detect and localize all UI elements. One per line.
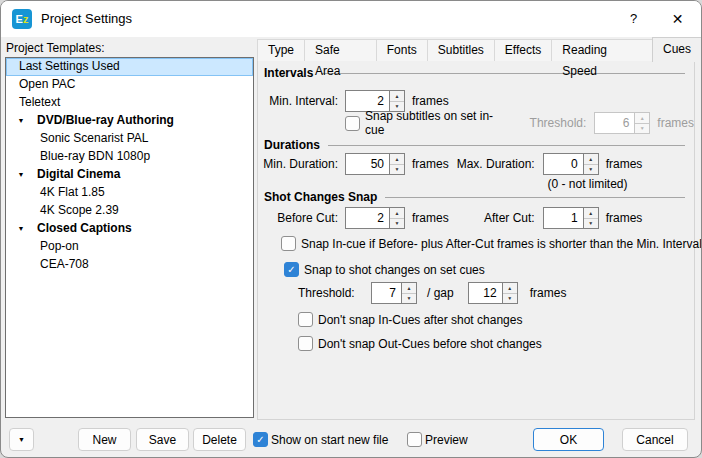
preview-checkbox[interactable] bbox=[407, 432, 422, 447]
window-title: Project Settings bbox=[41, 11, 132, 26]
dropdown-arrow-icon: ▼ bbox=[18, 436, 25, 443]
before-cut-spinner: 2 ▲ ▼ bbox=[345, 207, 405, 229]
snap-incue-checkbox[interactable] bbox=[281, 236, 296, 251]
threshold-disabled-label: Threshold: bbox=[530, 116, 587, 130]
template-item-sonic-scenarist-pal[interactable]: Sonic Scenarist PAL bbox=[6, 130, 253, 148]
snap-shot-checkbox[interactable]: ✓ bbox=[284, 262, 299, 277]
max-duration-spinner: 0 ▲ ▼ bbox=[543, 153, 599, 175]
template-item-open-pac[interactable]: Open PAC bbox=[6, 76, 253, 94]
snap-incue-row: Snap In-cue if Before- plus After-Cut fr… bbox=[281, 235, 702, 252]
collapse-icon[interactable]: ▼ bbox=[13, 220, 29, 237]
spin-down-button: ▼ bbox=[635, 123, 649, 134]
dont-snap-in-label[interactable]: Don't snap In-Cues after shot changes bbox=[318, 313, 522, 327]
spin-down-button[interactable]: ▼ bbox=[503, 293, 517, 304]
template-item-pop-on[interactable]: Pop-on bbox=[6, 238, 253, 256]
save-button[interactable]: Save bbox=[136, 428, 189, 451]
collapse-icon[interactable]: ▼ bbox=[13, 112, 29, 129]
title-bar: Ez Project Settings ? ✕ bbox=[1, 1, 701, 37]
spin-up-button[interactable]: ▲ bbox=[584, 154, 598, 164]
settings-tabbar: Type Safe Area Fonts Subtitles Effects R… bbox=[257, 38, 701, 61]
durations-row: Min. Duration: 50 ▲ ▼ frames Max. Durati… bbox=[258, 153, 642, 175]
show-on-start-label[interactable]: Show on start new file bbox=[271, 433, 388, 447]
cut-frames-row: Before Cut: 2 ▲ ▼ frames After Cut: 1 ▲ … bbox=[258, 207, 642, 229]
spin-up-button[interactable]: ▲ bbox=[503, 283, 517, 293]
snap-incue-label[interactable]: Snap In-cue if Before- plus After-Cut fr… bbox=[301, 237, 702, 251]
template-group-dvd-bluray[interactable]: ▼DVD/Blue-ray Authoring bbox=[6, 112, 253, 130]
spin-down-button[interactable]: ▼ bbox=[390, 218, 404, 229]
template-menu-button[interactable]: ▼ bbox=[9, 428, 34, 451]
spin-up-button[interactable]: ▲ bbox=[390, 208, 404, 218]
help-icon: ? bbox=[630, 11, 637, 26]
threshold-disabled-spinner: 6 ▲ ▼ bbox=[594, 112, 650, 134]
snap-subtitles-row: Snap subtitles on set in-cue Threshold: … bbox=[345, 112, 694, 134]
min-duration-spinner: 50 ▲ ▼ bbox=[345, 153, 405, 175]
frames-unit-label: frames bbox=[657, 116, 694, 130]
cancel-button[interactable]: Cancel bbox=[622, 428, 688, 451]
gap-spinner: 12 ▲ ▼ bbox=[468, 282, 518, 304]
template-item-bluray-bdn-1080p[interactable]: Blue-ray BDN 1080p bbox=[6, 148, 253, 166]
delete-button[interactable]: Delete bbox=[193, 428, 246, 451]
template-group-digital-cinema[interactable]: ▼Digital Cinema bbox=[6, 166, 253, 184]
template-item-4k-flat[interactable]: 4K Flat 1.85 bbox=[6, 184, 253, 202]
spin-down-button[interactable]: ▼ bbox=[584, 164, 598, 175]
snap-shot-label[interactable]: Snap to shot changes on set cues bbox=[304, 263, 485, 277]
dont-snap-out-checkbox[interactable] bbox=[298, 336, 313, 351]
gap-input[interactable]: 12 bbox=[468, 282, 502, 304]
threshold-gap-row: Threshold: 7 ▲ ▼ / gap 12 ▲ ▼ frames bbox=[298, 282, 566, 304]
collapse-icon[interactable]: ▼ bbox=[13, 166, 29, 183]
tab-subtitles[interactable]: Subtitles bbox=[427, 39, 495, 61]
spin-up-button[interactable]: ▲ bbox=[390, 154, 404, 164]
dont-snap-in-checkbox[interactable] bbox=[298, 312, 313, 327]
spin-up-button[interactable]: ▲ bbox=[584, 208, 598, 218]
preview-row: Preview bbox=[407, 431, 468, 448]
min-duration-input[interactable]: 50 bbox=[345, 153, 389, 175]
gap-label: / gap bbox=[427, 286, 454, 300]
dont-snap-out-label[interactable]: Don't snap Out-Cues before shot changes bbox=[318, 337, 542, 351]
tab-cues[interactable]: Cues bbox=[652, 37, 702, 62]
tab-type[interactable]: Type bbox=[257, 39, 305, 61]
close-button[interactable]: ✕ bbox=[655, 1, 700, 36]
threshold-disabled-input: 6 bbox=[594, 112, 634, 134]
max-duration-label: Max. Duration: bbox=[451, 157, 535, 171]
templates-listbox: Last Settings Used Open PAC Teletext ▼DV… bbox=[5, 57, 254, 418]
snap-subtitles-label[interactable]: Snap subtitles on set in-cue bbox=[365, 109, 503, 137]
project-settings-dialog: Ez Project Settings ? ✕ Project Template… bbox=[0, 0, 702, 458]
template-item-4k-scope[interactable]: 4K Scope 2.39 bbox=[6, 202, 253, 220]
template-item-last-settings-used[interactable]: Last Settings Used bbox=[6, 58, 253, 76]
frames-unit-label: frames bbox=[606, 211, 643, 225]
spin-down-button[interactable]: ▼ bbox=[402, 293, 416, 304]
ok-button[interactable]: OK bbox=[533, 428, 604, 451]
snap-subtitles-checkbox[interactable] bbox=[345, 116, 360, 131]
help-button[interactable]: ? bbox=[611, 1, 656, 36]
threshold-input[interactable]: 7 bbox=[371, 282, 401, 304]
template-item-teletext[interactable]: Teletext bbox=[6, 94, 253, 112]
before-cut-input[interactable]: 2 bbox=[345, 207, 389, 229]
show-on-start-checkbox[interactable]: ✓ bbox=[253, 432, 268, 447]
template-group-closed-captions[interactable]: ▼Closed Captions bbox=[6, 220, 253, 238]
after-cut-input[interactable]: 1 bbox=[543, 207, 583, 229]
template-item-cea-708[interactable]: CEA-708 bbox=[6, 256, 253, 274]
frames-unit-label: frames bbox=[412, 94, 449, 108]
spin-up-button[interactable]: ▲ bbox=[390, 91, 404, 101]
app-logo-letter-e: E bbox=[16, 13, 23, 25]
divider bbox=[328, 145, 685, 146]
spin-down-button[interactable]: ▼ bbox=[390, 164, 404, 175]
dont-snap-in-row: Don't snap In-Cues after shot changes bbox=[298, 311, 522, 328]
tab-effects[interactable]: Effects bbox=[494, 39, 552, 61]
close-icon: ✕ bbox=[672, 11, 684, 27]
tab-safe-area[interactable]: Safe Area bbox=[304, 39, 377, 61]
tab-reading-speed[interactable]: Reading Speed bbox=[551, 39, 653, 61]
max-duration-input[interactable]: 0 bbox=[543, 153, 583, 175]
frames-unit-label: frames bbox=[606, 157, 643, 171]
frames-unit-label: frames bbox=[412, 157, 449, 171]
after-cut-label: After Cut: bbox=[451, 211, 535, 225]
app-logo-icon: Ez bbox=[12, 9, 32, 29]
preview-label[interactable]: Preview bbox=[425, 433, 468, 447]
tab-fonts[interactable]: Fonts bbox=[376, 39, 428, 61]
spin-down-button[interactable]: ▼ bbox=[584, 218, 598, 229]
new-button[interactable]: New bbox=[78, 428, 131, 451]
min-duration-label: Min. Duration: bbox=[258, 157, 338, 171]
snap-shot-row: ✓ Snap to shot changes on set cues bbox=[284, 261, 485, 278]
spin-up-button[interactable]: ▲ bbox=[402, 283, 416, 293]
threshold-spinner: 7 ▲ ▼ bbox=[371, 282, 417, 304]
